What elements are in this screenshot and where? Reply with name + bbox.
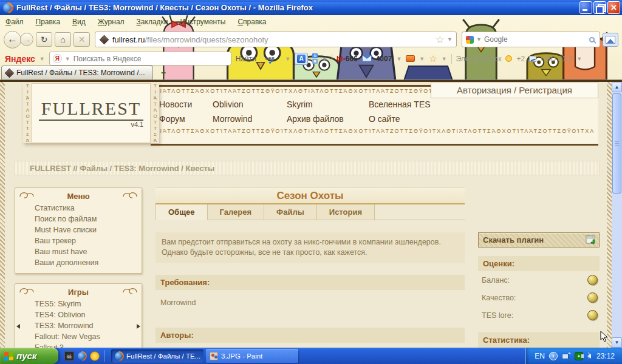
sidebar-item-your-tracker[interactable]: Ваш трекер [15, 235, 142, 246]
weather-temp[interactable]: +2 [516, 55, 525, 63]
skull-app-icon[interactable]: ☠ [64, 351, 74, 361]
tab-history[interactable]: История [317, 204, 375, 220]
firefox-quicklaunch-icon[interactable] [78, 352, 86, 360]
scrollbar-thumb[interactable] [612, 93, 621, 194]
bookmark-star-icon[interactable]: ☆ [436, 33, 445, 46]
auth-registration-link[interactable]: Авторизация / Регистрация [431, 82, 598, 98]
restore-button[interactable] [593, 1, 606, 14]
menu-history[interactable]: Журнал [98, 18, 125, 29]
menu-edit[interactable]: Правка [36, 18, 61, 29]
browser-tab-active[interactable]: FullRest / Файлы / TES3: Morrowind /... [1, 66, 153, 79]
sidebar-item-your-addons[interactable]: Ваши дополнения [15, 257, 142, 268]
url-bar[interactable]: fullrest.ru /files/morrowind/quests/sezo… [95, 32, 457, 47]
taskbar-item-paint[interactable]: 3.JPG - Paint [206, 349, 298, 363]
breadcrumb[interactable]: FULLREST // Файлы / TES3: Morrowind / Кв… [15, 161, 600, 175]
back-button[interactable]: ← [4, 31, 21, 49]
sidebar-item-fallout-new-vegas[interactable]: Fallout: New Vegas [15, 331, 142, 342]
transliterate-icon[interactable]: ЯR [312, 53, 318, 64]
tab-title: FullRest / Файлы / TES3: Morrowind /... [16, 69, 145, 77]
yandex-find-button[interactable]: Найти [236, 55, 256, 63]
taskbar-item-firefox[interactable]: FullRest / Файлы / TE... [111, 349, 203, 363]
yandex-dropdown-icon[interactable]: ▼ [39, 56, 45, 62]
new-tab-button[interactable]: + [157, 67, 170, 78]
rating-coin-icon[interactable] [587, 292, 598, 303]
scroll-up-button[interactable]: ▲ [612, 82, 622, 92]
yandex-menu[interactable]: Яндекс [5, 54, 35, 64]
spellcheck-icon[interactable]: АБВ [265, 56, 281, 61]
menu-view[interactable]: Вид [72, 18, 86, 29]
yandex-search-dropdown-icon[interactable]: ▼ [65, 56, 70, 62]
nav-link-skyrim[interactable]: Skyrim [287, 99, 363, 109]
yandex-search-input[interactable] [73, 55, 228, 63]
sidebar-item-your-must-have[interactable]: Ваш must have [15, 246, 142, 257]
content-tabs: Общее Галерея Файлы История [156, 204, 465, 220]
nav-link-oblivion[interactable]: Oblivion [213, 99, 281, 109]
rating-coin-icon[interactable] [587, 310, 598, 320]
close-button[interactable] [607, 1, 620, 14]
window-titlebar: FullRest / Файлы / TES3: Morrowind / Кве… [0, 0, 622, 15]
mail-icon[interactable] [362, 55, 372, 62]
translate-button[interactable]: А [295, 53, 308, 65]
reload-button[interactable]: ↻ [36, 32, 52, 47]
scroll-down-button[interactable]: ▼ [612, 337, 622, 348]
site-logo-block[interactable]: ΤΙΆΤΛΟΤΤΣΆΘΧΟΤΊΤΛΆΤΖ FULLREST v4.1 ΤΙΆΤΛ… [23, 83, 159, 143]
menu-bookmarks[interactable]: Закладки [137, 18, 168, 29]
yandex-search-box[interactable]: Я ▼ [49, 52, 231, 66]
favorites-dropdown-icon[interactable]: ▼ [442, 56, 447, 62]
page-scrollbar[interactable]: ▲ ▼ [612, 82, 622, 348]
start-button[interactable]: пуск [0, 348, 58, 364]
volume-icon[interactable] [587, 354, 591, 359]
nav-link-about[interactable]: О сайте [369, 114, 490, 124]
download-plugin-button[interactable]: Скачать плагин [478, 232, 600, 248]
stop-button[interactable]: ✕ [73, 32, 90, 47]
forward-button[interactable]: → [20, 33, 33, 46]
sidebar-item-statistics[interactable]: Статистика [15, 203, 142, 214]
sidebar-item-tes3-morrowind[interactable]: TES3: Morrowind [15, 320, 142, 331]
menu-help[interactable]: Справка [238, 18, 266, 29]
flourish-icon [19, 286, 35, 296]
google-search-input[interactable] [484, 35, 587, 44]
minimize-button[interactable] [579, 1, 592, 14]
spellcheck-dropdown-icon[interactable]: ▼ [285, 56, 290, 62]
search-engine-dropdown-icon[interactable]: ▼ [476, 36, 482, 42]
requirements-value[interactable]: Morrowind [156, 290, 465, 315]
transliterate-dropdown-icon[interactable]: ▼ [322, 56, 327, 62]
tab-general[interactable]: Общее [156, 204, 208, 220]
sidebar-item-fallout-3[interactable]: Fallout 3 [15, 342, 142, 348]
url-dropdown-icon[interactable]: ▼ [447, 36, 453, 42]
mail-dropdown-icon[interactable]: ▼ [396, 56, 402, 62]
counter-badge[interactable]: bi-666 [337, 55, 358, 63]
nav-link-tes-universe[interactable]: Вселенная TES [369, 99, 490, 109]
weather-city[interactable]: Электрогорск [456, 55, 502, 63]
google-search-box[interactable]: ▼ [462, 32, 600, 47]
sidebar-item-tes4-oblivion[interactable]: TES4: Oblivion [15, 309, 142, 320]
main-content: Сезон Охоты Общее Галерея Файлы История … [156, 187, 465, 348]
home-button[interactable]: ⌂ [55, 32, 71, 47]
hidden-icons-chevron[interactable]: ‹ [549, 352, 558, 360]
currency-rate[interactable]: USD 31.3 [541, 55, 572, 63]
tab-files[interactable]: Файлы [264, 204, 317, 220]
tab-gallery[interactable]: Галерея [208, 204, 265, 220]
menu-tools[interactable]: Инструменты [180, 18, 226, 29]
language-indicator[interactable]: EN [535, 352, 545, 360]
sidebar-item-tes5-skyrim[interactable]: TES5: Skyrim [15, 298, 142, 309]
nav-link-news[interactable]: Новости [159, 99, 207, 109]
search-magnifier-icon[interactable] [589, 37, 595, 42]
nav-link-file-archive[interactable]: Архив файлов [287, 114, 363, 124]
menu-file[interactable]: Файл [5, 18, 24, 29]
url-domain: fullrest.ru [112, 35, 145, 44]
sidebar-item-must-have-lists[interactable]: Must Have списки [15, 224, 142, 235]
wallet-icon[interactable] [406, 55, 415, 62]
qip-icon[interactable] [90, 351, 100, 361]
rating-coin-icon[interactable] [587, 275, 598, 285]
start-label: пуск [16, 351, 36, 361]
currency-dropdown-icon[interactable]: ▼ [576, 56, 582, 62]
nav-link-morrowind[interactable]: Morrowind [213, 114, 281, 124]
mail-count[interactable]: 4007 [376, 55, 392, 63]
sidebar-item-file-search[interactable]: Поиск по файлам [15, 214, 142, 224]
screenshot-tool-button[interactable] [603, 33, 618, 47]
wallet-dropdown-icon[interactable]: ▼ [419, 56, 425, 62]
network-icon[interactable] [562, 352, 570, 359]
favorites-star-icon[interactable]: ☆ [429, 53, 437, 64]
nav-link-forum[interactable]: Форум [159, 114, 207, 124]
